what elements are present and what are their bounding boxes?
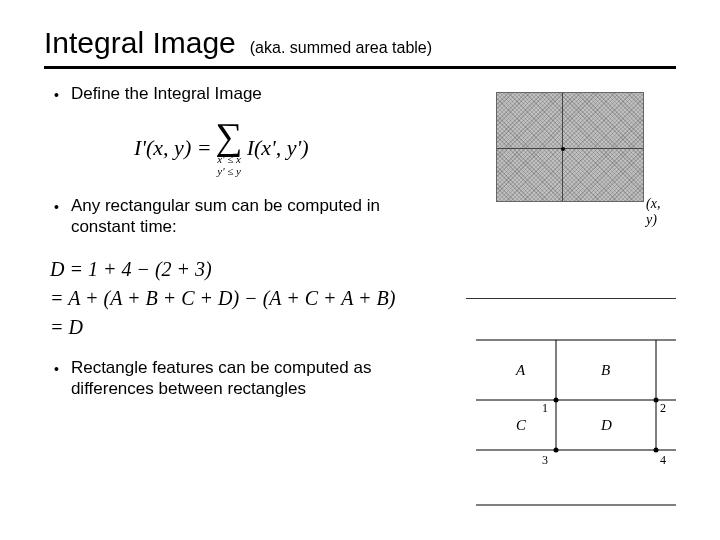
figure-rect-regions: A B C D 1 2 3 4 (476, 330, 676, 510)
figure-integral-image: (x, y) (496, 92, 666, 210)
sum-subscript-1: x' ≤ x (217, 153, 241, 165)
bullet-text: Rectangle features can be computed as di… (71, 357, 431, 400)
svg-point-6 (554, 398, 559, 403)
figure1-label: (x, y) (646, 196, 666, 228)
sum-subscript-2: y' ≤ y (217, 165, 241, 177)
figure1-hline (497, 148, 643, 149)
bullet-icon: • (54, 83, 59, 107)
svg-point-9 (654, 448, 659, 453)
page-subtitle: (aka. summed area table) (250, 39, 432, 57)
sigma-icon: ∑ (216, 119, 243, 153)
region-B: B (601, 362, 610, 378)
title-row: Integral Image (aka. summed area table) (44, 26, 676, 60)
formula-rhs: I(x', y') (247, 135, 309, 161)
bullet-text: Define the Integral Image (71, 83, 262, 104)
region-D: D (600, 417, 612, 433)
figure1-point (561, 147, 565, 151)
bullet-icon: • (54, 357, 59, 381)
eq-line-1: D = 1 + 4 − (2 + 3) (50, 258, 676, 281)
point-3: 3 (542, 453, 548, 467)
region-A: A (515, 362, 526, 378)
bullet-icon: • (54, 195, 59, 219)
svg-point-7 (654, 398, 659, 403)
region-C: C (516, 417, 527, 433)
figure1-box (496, 92, 644, 202)
point-1: 1 (542, 401, 548, 415)
title-underline (44, 66, 676, 69)
bullet-text: Any rectangular sum can be computed in c… (71, 195, 431, 238)
point-4: 4 (660, 453, 666, 467)
svg-point-8 (554, 448, 559, 453)
page-title: Integral Image (44, 26, 236, 60)
formula-lhs: I'(x, y) = (134, 135, 212, 161)
point-2: 2 (660, 401, 666, 415)
figure-separator (466, 298, 676, 299)
